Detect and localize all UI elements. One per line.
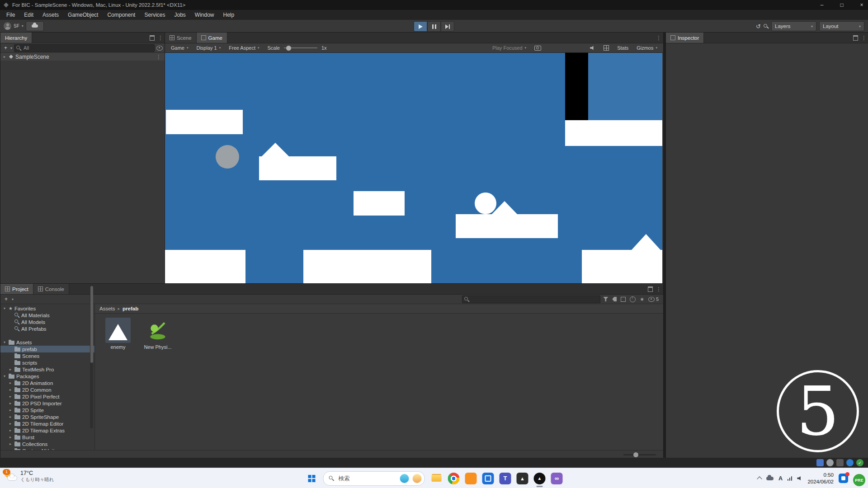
stats-button[interactable]: Stats — [614, 43, 632, 52]
screenshot-button[interactable] — [531, 43, 544, 52]
tray-overflow-icon-4[interactable] — [846, 459, 854, 466]
search-filter-icon[interactable] — [603, 297, 608, 301]
tray-overflow-icon-3[interactable] — [836, 459, 844, 466]
tree-item-2d-sprite[interactable]: ▸2D Sprite — [0, 407, 94, 413]
disclosure-closed-icon[interactable]: ▸ — [8, 367, 13, 371]
project-search-input[interactable] — [471, 296, 598, 302]
gizmos-dropdown[interactable]: Gizmos▾ — [633, 43, 660, 52]
menu-item-edit[interactable]: Edit — [19, 10, 38, 20]
scene-picker-icon[interactable] — [156, 46, 163, 51]
breadcrumb-assets[interactable]: Assets — [99, 306, 115, 311]
chrome-icon[interactable] — [448, 473, 460, 484]
vsync-button[interactable] — [600, 43, 612, 52]
scale-slider[interactable] — [284, 47, 317, 48]
tree-item-2d-pixel-perfect[interactable]: ▸2D Pixel Perfect — [0, 393, 94, 400]
tree-item-prefab[interactable]: prefab — [0, 346, 94, 352]
cloud-services-button[interactable] — [26, 21, 44, 31]
search-icon[interactable] — [764, 24, 769, 29]
create-asset-button[interactable]: + — [3, 296, 9, 303]
teams-icon[interactable] — [500, 473, 511, 484]
aspect-dropdown[interactable]: Free Aspect▾ — [226, 43, 262, 52]
tree-item-packages[interactable]: ▾Packages — [0, 373, 94, 380]
scene-row-samplescene[interactable]: ▸ SampleScene ⋮ — [0, 53, 165, 61]
disclosure-closed-icon[interactable]: ▸ — [8, 394, 13, 399]
tray-expand-icon[interactable] — [757, 476, 762, 481]
start-button[interactable] — [303, 471, 320, 486]
tree-item-all-models[interactable]: All Models — [0, 319, 94, 325]
tree-item-2d-tilemap-extras[interactable]: ▸2D Tilemap Extras — [0, 427, 94, 434]
layout-dropdown[interactable]: Layout▾ — [819, 21, 864, 31]
pause-button[interactable] — [427, 21, 441, 32]
favorites-star-icon[interactable]: ★ — [640, 297, 644, 302]
mute-audio-button[interactable] — [587, 43, 599, 52]
panel-menu-icon[interactable]: ⋮ — [656, 286, 661, 292]
tab-scene[interactable]: Scene — [165, 33, 197, 43]
menu-item-jobs[interactable]: Jobs — [170, 10, 190, 20]
scene-menu-icon[interactable]: ⋮ — [156, 54, 161, 60]
minimize-button[interactable]: – — [812, 0, 832, 10]
display-dropdown[interactable]: Display 1▾ — [193, 43, 224, 52]
blue-app-icon[interactable] — [482, 473, 494, 484]
tree-scrollbar[interactable] — [90, 304, 93, 428]
package-icon[interactable] — [621, 297, 626, 302]
tree-item-favorites[interactable]: ▾★Favorites — [0, 305, 94, 312]
disclosure-closed-icon[interactable]: ▸ — [8, 408, 13, 412]
project-search-field[interactable] — [462, 296, 600, 303]
tree-item-scripts[interactable]: scripts — [0, 359, 94, 366]
t ab-project[interactable]: Project — [0, 284, 33, 294]
account-avatar[interactable] — [4, 22, 11, 30]
clock[interactable]: 0:50 2024/06/02 — [807, 472, 834, 485]
thumbnail-zoom-slider[interactable] — [623, 454, 656, 455]
tree-item-2d-tilemap-editor[interactable]: ▸2D Tilemap Editor — [0, 420, 94, 427]
tree-item-2d-spriteshape[interactable]: ▸2D SpriteShape — [0, 413, 94, 420]
tab-hierarchy[interactable]: Hierarchy — [0, 33, 32, 43]
tray-overflow-icon-5[interactable] — [856, 459, 863, 466]
disclosure-closed-icon[interactable]: ▸ — [8, 381, 13, 385]
search-highlight-icon[interactable] — [413, 474, 422, 483]
disclosure-closed-icon[interactable]: ▸ — [8, 388, 13, 392]
unity-editor-icon[interactable] — [534, 473, 546, 484]
hierarchy-search-field[interactable] — [14, 44, 155, 52]
tree-item-all-prefabs[interactable]: All Prefabs — [0, 325, 94, 332]
disclosure-open-icon[interactable]: ▾ — [2, 340, 7, 344]
close-button[interactable]: × — [852, 0, 868, 10]
menu-item-services[interactable]: Services — [140, 10, 170, 20]
zoom-slider-thumb[interactable] — [633, 452, 638, 457]
file-explorer-icon[interactable] — [431, 473, 443, 484]
taskbar-search[interactable] — [323, 471, 425, 486]
menu-item-assets[interactable]: Assets — [38, 10, 63, 20]
account-chevron-icon[interactable]: ▾ — [22, 24, 24, 28]
search-highlight-icon[interactable] — [400, 474, 409, 483]
tree-item-2d-common[interactable]: ▸2D Common — [0, 386, 94, 393]
lock-icon[interactable] — [853, 35, 858, 41]
create-asset-chevron-icon[interactable]: ▾ — [12, 297, 14, 301]
undo-history-icon[interactable]: ↺ — [756, 23, 761, 30]
label-filter-icon[interactable] — [612, 297, 617, 301]
disclosure-closed-icon[interactable]: ▸ — [2, 55, 7, 59]
volume-icon[interactable] — [797, 476, 802, 481]
disclosure-closed-icon[interactable]: ▸ — [8, 442, 13, 446]
scale-slider-thumb[interactable] — [286, 46, 291, 51]
disclosure-closed-icon[interactable]: ▸ — [8, 422, 13, 426]
onedrive-icon[interactable] — [766, 477, 774, 480]
tray-overflow-icon-2[interactable] — [826, 459, 834, 466]
tray-overflow-icon-1[interactable] — [816, 459, 824, 466]
weather-widget[interactable]: 1 17°C くもり時々晴れ — [5, 470, 54, 483]
tree-item-2d-animation[interactable]: ▸2D Animation — [0, 380, 94, 386]
menu-item-window[interactable]: Window — [190, 10, 219, 20]
add-object-button[interactable]: + — [3, 45, 9, 52]
tab-inspector[interactable]: Inspector — [666, 33, 704, 43]
menu-item-help[interactable]: Help — [219, 10, 239, 20]
disclosure-open-icon[interactable]: ▾ — [2, 306, 7, 310]
tree-item-2d-psd-importer[interactable]: ▸2D PSD Importer — [0, 400, 94, 407]
disclosure-closed-icon[interactable]: ▸ — [8, 435, 13, 439]
unity-hub-icon[interactable] — [517, 473, 528, 484]
scrollbar-thumb[interactable] — [90, 304, 93, 363]
tab-console[interactable]: Console — [33, 284, 69, 294]
menu-item-component[interactable]: Component — [103, 10, 140, 20]
asset-item-new-physi[interactable]: New Physi... — [141, 318, 175, 350]
maximize-button[interactable]: □ — [832, 0, 852, 10]
add-object-chevron-icon[interactable]: ▾ — [10, 46, 12, 50]
asset-item-enemy[interactable]: enemy — [101, 318, 135, 350]
panel-menu-icon[interactable]: ⋮ — [861, 35, 867, 41]
